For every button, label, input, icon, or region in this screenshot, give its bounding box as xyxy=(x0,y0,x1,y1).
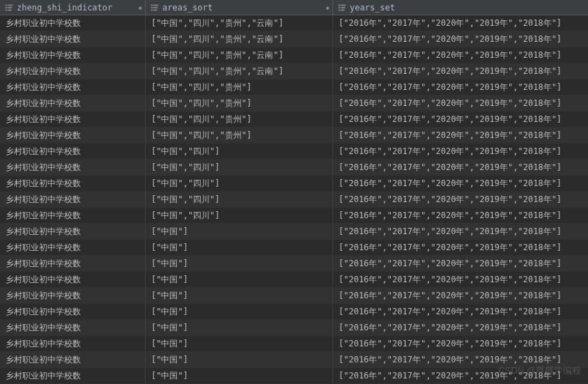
table-row[interactable]: 乡村职业初中学校数["中国","四川"]["2016年","2017年","20… xyxy=(0,208,588,224)
cell-areas[interactable]: ["中国","四川"] xyxy=(146,144,333,159)
cell-years[interactable]: ["2016年","2017年","2020年","2019年","2018年"… xyxy=(333,336,588,351)
cell-years[interactable]: ["2016年","2017年","2020年","2019年","2018年"… xyxy=(333,15,588,31)
cell-years[interactable]: ["2016年","2017年","2020年","2019年","2018年"… xyxy=(333,112,588,127)
cell-years[interactable]: ["2016年","2017年","2020年","2019年","2018年"… xyxy=(333,95,588,111)
column-header-indicator[interactable]: zheng_shi_indicator ◆ xyxy=(0,0,146,15)
table-row[interactable]: 乡村职业初中学校数["中国","四川","贵州"]["2016年","2017年… xyxy=(0,79,588,95)
cell-indicator[interactable]: 乡村职业初中学校数 xyxy=(0,144,146,159)
cell-areas[interactable]: ["中国"] xyxy=(146,336,333,351)
table-row[interactable]: 乡村职业初中学校数["中国"]["2016年","2017年","2020年",… xyxy=(0,224,588,240)
sort-icon[interactable]: ◆ xyxy=(326,4,330,11)
sort-icon[interactable]: ◆ xyxy=(139,4,142,11)
cell-years[interactable]: ["2016年","2017年","2020年","2019年","2018年"… xyxy=(333,368,588,383)
cell-areas[interactable]: ["中国","四川","贵州"] xyxy=(146,112,333,127)
cell-years[interactable]: ["2016年","2017年","2020年","2019年","2018年"… xyxy=(333,288,588,303)
table-row[interactable]: 乡村职业初中学校数["中国","四川"]["2016年","2017年","20… xyxy=(0,176,588,192)
table-row[interactable]: 乡村职业初中学校数["中国","四川"]["2016年","2017年","20… xyxy=(0,192,588,208)
cell-indicator[interactable]: 乡村职业初中学校数 xyxy=(0,79,146,95)
table-row[interactable]: 乡村职业初中学校数["中国","四川","贵州"]["2016年","2017年… xyxy=(0,112,588,128)
table-row[interactable]: 乡村职业初中学校数["中国"]["2016年","2017年","2020年",… xyxy=(0,336,588,352)
table-row[interactable]: 乡村职业初中学校数["中国"]["2016年","2017年","2020年",… xyxy=(0,320,588,336)
cell-areas[interactable]: ["中国","四川"] xyxy=(146,176,333,191)
cell-areas[interactable]: ["中国","四川","贵州","云南"] xyxy=(146,63,333,79)
cell-indicator[interactable]: 乡村职业初中学校数 xyxy=(0,320,146,335)
cell-areas[interactable]: ["中国","四川","贵州","云南"] xyxy=(146,47,333,63)
column-header-years[interactable]: years_set xyxy=(333,0,588,15)
cell-years[interactable]: ["2016年","2017年","2020年","2019年","2018年"… xyxy=(333,79,588,95)
table-row[interactable]: 乡村职业初中学校数["中国","四川","贵州","云南"]["2016年","… xyxy=(0,31,588,47)
cell-areas[interactable]: ["中国"] xyxy=(146,304,333,319)
cell-areas[interactable]: ["中国","四川","贵州"] xyxy=(146,95,333,111)
cell-indicator[interactable]: 乡村职业初中学校数 xyxy=(0,63,146,79)
cell-years[interactable]: ["2016年","2017年","2020年","2019年","2018年"… xyxy=(333,352,588,367)
cell-indicator[interactable]: 乡村职业初中学校数 xyxy=(0,128,146,143)
cell-indicator[interactable]: 乡村职业初中学校数 xyxy=(0,47,146,63)
cell-indicator[interactable]: 乡村职业初中学校数 xyxy=(0,208,146,223)
cell-areas[interactable]: ["中国"] xyxy=(146,240,333,255)
cell-indicator[interactable]: 乡村职业初中学校数 xyxy=(0,176,146,191)
table-row[interactable]: 乡村职业初中学校数["中国"]["2016年","2017年","2020年",… xyxy=(0,304,588,320)
cell-areas[interactable]: ["中国"] xyxy=(146,352,333,367)
cell-indicator[interactable]: 乡村职业初中学校数 xyxy=(0,272,146,287)
table-row[interactable]: 乡村职业初中学校数["中国"]["2016年","2017年","2020年",… xyxy=(0,256,588,272)
cell-areas[interactable]: ["中国"] xyxy=(146,224,333,239)
cell-areas[interactable]: ["中国","四川","贵州","云南"] xyxy=(146,31,333,47)
table-row[interactable]: 乡村职业初中学校数["中国","四川"]["2016年","2017年","20… xyxy=(0,144,588,160)
cell-indicator[interactable]: 乡村职业初中学校数 xyxy=(0,112,146,127)
table-row[interactable]: 乡村职业初中学校数["中国","四川","贵州"]["2016年","2017年… xyxy=(0,95,588,112)
table-row[interactable]: 乡村职业初中学校数["中国","四川","贵州","云南"]["2016年","… xyxy=(0,15,588,31)
cell-years[interactable]: ["2016年","2017年","2020年","2019年","2018年"… xyxy=(333,320,588,335)
cell-indicator[interactable]: 乡村职业初中学校数 xyxy=(0,224,146,239)
cell-indicator[interactable]: 乡村职业初中学校数 xyxy=(0,192,146,207)
cell-areas[interactable]: ["中国"] xyxy=(146,288,333,303)
svg-rect-1 xyxy=(8,4,13,6)
cell-areas[interactable]: ["中国","四川"] xyxy=(146,160,333,175)
cell-years[interactable]: ["2016年","2017年","2020年","2019年","2018年"… xyxy=(333,47,588,63)
cell-indicator[interactable]: 乡村职业初中学校数 xyxy=(0,352,146,367)
cell-years[interactable]: ["2016年","2017年","2020年","2019年","2018年"… xyxy=(333,272,588,287)
cell-indicator[interactable]: 乡村职业初中学校数 xyxy=(0,95,146,111)
cell-areas[interactable]: ["中国","四川","贵州","云南"] xyxy=(146,15,333,31)
cell-value: ["2016年","2017年","2020年","2019年","2018年"… xyxy=(339,130,562,141)
cell-years[interactable]: ["2016年","2017年","2020年","2019年","2018年"… xyxy=(333,160,588,175)
cell-areas[interactable]: ["中国"] xyxy=(146,272,333,287)
cell-years[interactable]: ["2016年","2017年","2020年","2019年","2018年"… xyxy=(333,176,588,191)
cell-indicator[interactable]: 乡村职业初中学校数 xyxy=(0,304,146,319)
cell-indicator[interactable]: 乡村职业初中学校数 xyxy=(0,368,146,383)
cell-years[interactable]: ["2016年","2017年","2020年","2019年","2018年"… xyxy=(333,224,588,239)
cell-value: ["2016年","2017年","2020年","2019年","2018年"… xyxy=(339,33,562,45)
cell-areas[interactable]: ["中国"] xyxy=(146,256,333,271)
cell-years[interactable]: ["2016年","2017年","2020年","2019年","2018年"… xyxy=(333,208,588,223)
table-row[interactable]: 乡村职业初中学校数["中国"]["2016年","2017年","2020年",… xyxy=(0,272,588,288)
cell-years[interactable]: ["2016年","2017年","2020年","2019年","2018年"… xyxy=(333,63,588,79)
cell-indicator[interactable]: 乡村职业初中学校数 xyxy=(0,160,146,175)
table-row[interactable]: 乡村职业初中学校数["中国"]["2016年","2017年","2020年",… xyxy=(0,352,588,368)
cell-areas[interactable]: ["中国"] xyxy=(146,368,333,383)
cell-indicator[interactable]: 乡村职业初中学校数 xyxy=(0,240,146,255)
cell-years[interactable]: ["2016年","2017年","2020年","2019年","2018年"… xyxy=(333,192,588,207)
cell-indicator[interactable]: 乡村职业初中学校数 xyxy=(0,336,146,351)
cell-years[interactable]: ["2016年","2017年","2020年","2019年","2018年"… xyxy=(333,144,588,159)
table-row[interactable]: 乡村职业初中学校数["中国","四川","贵州","云南"]["2016年","… xyxy=(0,63,588,79)
table-row[interactable]: 乡村职业初中学校数["中国","四川","贵州"]["2016年","2017年… xyxy=(0,128,588,144)
cell-areas[interactable]: ["中国","四川"] xyxy=(146,208,333,223)
table-row[interactable]: 乡村职业初中学校数["中国"]["2016年","2017年","2020年",… xyxy=(0,368,588,384)
cell-indicator[interactable]: 乡村职业初中学校数 xyxy=(0,31,146,47)
cell-areas[interactable]: ["中国","四川","贵州"] xyxy=(146,79,333,95)
cell-areas[interactable]: ["中国","四川","贵州"] xyxy=(146,128,333,143)
column-header-areas[interactable]: areas_sort ◆ xyxy=(146,0,333,15)
table-row[interactable]: 乡村职业初中学校数["中国"]["2016年","2017年","2020年",… xyxy=(0,288,588,304)
cell-indicator[interactable]: 乡村职业初中学校数 xyxy=(0,256,146,271)
table-row[interactable]: 乡村职业初中学校数["中国","四川"]["2016年","2017年","20… xyxy=(0,160,588,176)
cell-years[interactable]: ["2016年","2017年","2020年","2019年","2018年"… xyxy=(333,31,588,47)
cell-areas[interactable]: ["中国"] xyxy=(146,320,333,335)
cell-years[interactable]: ["2016年","2017年","2020年","2019年","2018年"… xyxy=(333,304,588,319)
cell-years[interactable]: ["2016年","2017年","2020年","2019年","2018年"… xyxy=(333,128,588,143)
cell-years[interactable]: ["2016年","2017年","2020年","2019年","2018年"… xyxy=(333,256,588,271)
cell-indicator[interactable]: 乡村职业初中学校数 xyxy=(0,288,146,303)
cell-indicator[interactable]: 乡村职业初中学校数 xyxy=(0,15,146,31)
cell-years[interactable]: ["2016年","2017年","2020年","2019年","2018年"… xyxy=(333,240,588,255)
table-row[interactable]: 乡村职业初中学校数["中国"]["2016年","2017年","2020年",… xyxy=(0,240,588,256)
cell-areas[interactable]: ["中国","四川"] xyxy=(146,192,333,207)
table-row[interactable]: 乡村职业初中学校数["中国","四川","贵州","云南"]["2016年","… xyxy=(0,47,588,63)
